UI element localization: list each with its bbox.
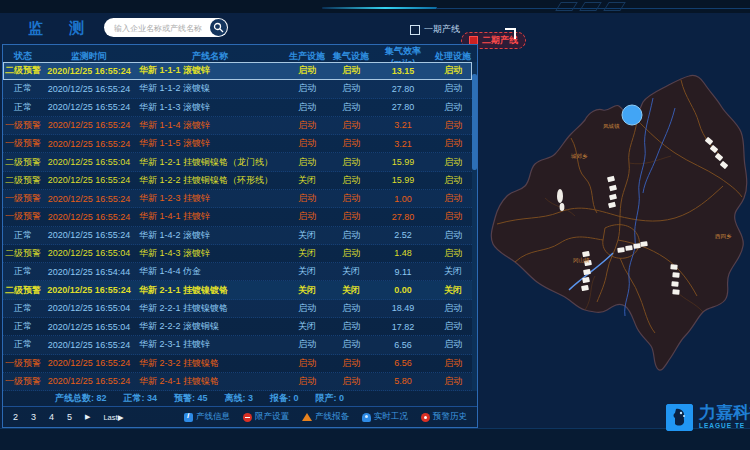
cell-time: 2020/12/25 16:55:24: [43, 66, 135, 76]
table-row[interactable]: 一级预警2020/12/25 16:55:24华新 1-1-5 滚镀锌启动启动3…: [3, 135, 472, 153]
cell-gas: 关闭: [329, 284, 373, 297]
cell-treat: 关闭: [433, 284, 473, 297]
cell-eff: 27.80: [373, 212, 433, 222]
cell-prod: 关闭: [285, 247, 329, 260]
table-row[interactable]: 二级预警2020/12/25 16:55:24华新 1-2-2 挂镀铜镍铬（环形…: [3, 172, 472, 190]
cell-status: 正常: [3, 229, 43, 242]
cell-gas: 启动: [329, 302, 373, 315]
cell-prod: 启动: [285, 338, 329, 351]
cell-treat: 启动: [433, 174, 473, 187]
cell-time: 2020/12/25 16:55:04: [43, 303, 135, 313]
legend-label: 产线报备: [315, 411, 349, 423]
cell-time: 2020/12/25 16:55:24: [43, 139, 135, 149]
cell-eff: 3.21: [373, 139, 433, 149]
region-map[interactable]: 凤城镇城郊乡冈山镇西四乡: [485, 48, 748, 390]
search-button[interactable]: [210, 19, 227, 36]
summary-item: 限产: 0: [316, 392, 345, 405]
table-row[interactable]: 一级预警2020/12/25 16:55:24华新 2-3-2 挂镀镍铬启动启动…: [3, 355, 472, 373]
cell-gas: 启动: [329, 137, 373, 150]
cell-time: 2020/12/25 16:55:04: [43, 157, 135, 167]
cell-gas: 启动: [329, 375, 373, 388]
cluster-marker[interactable]: [622, 105, 642, 125]
table-scrollbar[interactable]: [472, 62, 477, 391]
last-page-button[interactable]: Last▶: [103, 413, 123, 422]
cell-prod: 启动: [285, 137, 329, 150]
table-row[interactable]: 正常2020/12/25 16:55:24华新 1-4-2 滚镀锌关闭启动2.5…: [3, 227, 472, 245]
bottom-bar: [0, 428, 750, 450]
table-row[interactable]: 正常2020/12/25 16:55:04华新 2-2-1 挂镀镍镀铬启动启动1…: [3, 300, 472, 318]
cell-time: 2020/12/25 16:55:04: [43, 248, 135, 258]
cell-prod: 关闭: [285, 320, 329, 333]
summary-item: 正常: 34: [124, 392, 158, 405]
cell-status: 正常: [3, 338, 43, 351]
cell-treat: 启动: [433, 302, 473, 315]
table-row[interactable]: 正常2020/12/25 16:55:24华新 1-1-3 滚镀锌启动启动27.…: [3, 99, 472, 117]
facility-marker[interactable]: [670, 264, 677, 270]
cell-eff: 6.56: [373, 340, 433, 350]
table-row[interactable]: 一级预警2020/12/25 16:55:24华新 1-4-1 挂镀锌启动启动2…: [3, 208, 472, 226]
cell-name: 华新 2-3-1 挂镀锌: [135, 338, 285, 351]
cell-eff: 5.80: [373, 376, 433, 386]
limit-icon: [243, 413, 252, 422]
phase1-checkbox[interactable]: [410, 25, 420, 35]
cell-status: 二级预警: [3, 247, 43, 260]
table-row[interactable]: 正常2020/12/25 16:54:44华新 1-4-4 仿金关闭关闭9.11…: [3, 263, 472, 281]
table-row[interactable]: 一级预警2020/12/25 16:55:24华新 1-2-3 挂镀锌启动启动1…: [3, 190, 472, 208]
facility-marker[interactable]: [625, 245, 633, 251]
table-row[interactable]: 正常2020/12/25 16:55:24华新 1-1-2 滚镀镍启动启动27.…: [3, 80, 472, 98]
summary-item: 产线总数: 82: [55, 392, 107, 405]
table-row[interactable]: 二级预警2020/12/25 16:55:04华新 1-4-3 滚镀锌关闭启动1…: [3, 245, 472, 263]
next-page-button[interactable]: ▶: [85, 413, 90, 421]
table-row[interactable]: 二级预警2020/12/25 16:55:24华新 2-1-1 挂镀镍镀铬关闭关…: [3, 281, 472, 299]
facility-marker[interactable]: [672, 289, 679, 295]
deco-slash: [555, 2, 578, 11]
cell-eff: 13.15: [373, 66, 433, 76]
report-icon: [302, 413, 312, 421]
summary-bar: 产线总数: 82正常: 34预警: 45离线: 3报备: 0限产: 0: [3, 391, 477, 406]
cell-prod: 启动: [285, 119, 329, 132]
page-button[interactable]: 5: [67, 412, 72, 422]
cell-gas: 启动: [329, 357, 373, 370]
table-row[interactable]: 正常2020/12/25 16:55:04华新 2-2-2 滚镀铜镍关闭启动17…: [3, 318, 472, 336]
legend-item-realtime[interactable]: 实时工况: [362, 411, 408, 423]
cell-eff: 17.82: [373, 322, 433, 332]
page-button[interactable]: 2: [13, 412, 18, 422]
page-button[interactable]: 4: [49, 412, 54, 422]
page-button[interactable]: 3: [31, 412, 36, 422]
table-row[interactable]: 一级预警2020/12/25 16:55:24华新 1-1-4 滚镀锌启动启动3…: [3, 117, 472, 135]
legend-item-info[interactable]: 产线信息: [184, 411, 230, 423]
table-row[interactable]: 一级预警2020/12/25 16:55:24华新 2-4-1 挂镀镍铬启动启动…: [3, 373, 472, 391]
cyan-accent-line: [322, 7, 437, 9]
table-row[interactable]: 二级预警2020/12/25 16:55:04华新 1-2-1 挂镀铜镍铬（龙门…: [3, 153, 472, 171]
facility-marker[interactable]: [671, 281, 678, 287]
county-shape: [491, 75, 746, 370]
cell-name: 华新 1-2-3 挂镀锌: [135, 192, 285, 205]
legend-item-history[interactable]: 预警历史: [421, 411, 467, 423]
cell-status: 二级预警: [3, 156, 43, 169]
town-label: 西四乡: [715, 233, 732, 240]
facility-marker[interactable]: [617, 247, 625, 253]
table-row[interactable]: 正常2020/12/25 16:55:24华新 2-3-1 挂镀锌启动启动6.5…: [3, 336, 472, 354]
facility-marker[interactable]: [633, 243, 641, 249]
cell-name: 华新 1-4-4 仿金: [135, 265, 285, 278]
scrollbar-thumb[interactable]: [472, 74, 477, 170]
cell-status: 二级预警: [3, 174, 43, 187]
legend-item-report[interactable]: 产线报备: [302, 411, 349, 423]
facility-marker[interactable]: [640, 241, 648, 247]
phase1-toggle[interactable]: 一期产线: [410, 23, 460, 36]
facility-marker[interactable]: [672, 272, 679, 278]
legend-item-limit[interactable]: 限产设置: [243, 411, 289, 423]
cell-gas: 启动: [329, 320, 373, 333]
cell-status: 二级预警: [3, 64, 43, 77]
table-row[interactable]: 二级预警2020/12/25 16:55:24华新 1-1-1 滚镀锌启动启动1…: [3, 62, 472, 80]
cell-eff: 3.21: [373, 120, 433, 130]
brand-logo: 力嘉科技 LEAGUE TE: [666, 404, 750, 431]
cell-name: 华新 1-1-1 滚镀锌: [135, 64, 285, 77]
cell-gas: 启动: [329, 119, 373, 132]
cell-status: 一级预警: [3, 357, 43, 370]
cell-treat: 启动: [433, 210, 473, 223]
search-box[interactable]: [104, 18, 228, 37]
search-input[interactable]: [112, 19, 208, 37]
cell-time: 2020/12/25 16:55:24: [43, 194, 135, 204]
cell-prod: 启动: [285, 375, 329, 388]
